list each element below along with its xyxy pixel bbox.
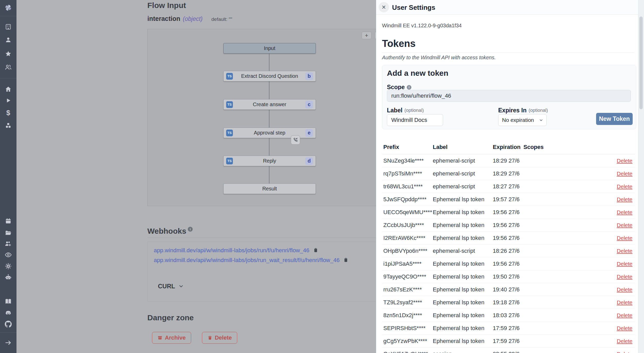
zoom-in-button[interactable]: +: [362, 32, 371, 39]
copy-clipboard-icon[interactable]: [343, 257, 349, 264]
flow-node-label: Result: [262, 186, 277, 192]
archive-button[interactable]: Archive: [152, 332, 191, 344]
flow-edge: [269, 109, 269, 128]
scope-label-text: Scope: [387, 84, 405, 91]
typescript-icon: TS: [226, 130, 233, 136]
delete-token-link[interactable]: Delete: [617, 312, 632, 318]
token-prefix: OHpBVYpo6n****: [383, 248, 433, 254]
dollar-icon[interactable]: $: [6, 110, 10, 116]
delete-token-link[interactable]: Delete: [617, 299, 632, 306]
section-divider: [147, 238, 403, 238]
scope-input[interactable]: [387, 90, 631, 102]
cubes-icon[interactable]: [5, 122, 12, 129]
delete-token-link[interactable]: Delete: [617, 287, 632, 293]
arrow-right-icon[interactable]: [5, 339, 12, 346]
drawer-header: × User Settings: [376, 0, 644, 15]
token-row: tr68WL3cu1****ephemeral-script18:27 27/6…: [382, 180, 635, 193]
token-row: 8zn5n1Dx2j****Ephemeral lsp token18:03 2…: [382, 309, 635, 322]
star-icon[interactable]: [5, 51, 12, 57]
token-label-input[interactable]: [387, 114, 443, 126]
token-expiration: 18:03 27/6: [493, 312, 523, 319]
webhooks-panel: app.windmill.dev/api/w/windmill-labs/job…: [147, 242, 403, 301]
play-icon[interactable]: [5, 97, 11, 104]
delete-token-link[interactable]: Delete: [617, 325, 632, 331]
info-icon[interactable]: i: [407, 85, 411, 90]
token-expiration: 18:27 27/6: [493, 183, 523, 190]
book-icon[interactable]: [5, 298, 12, 305]
token-row: SNuZeg34le****ephemeral-script18:29 27/6…: [382, 154, 635, 167]
drawer-scrollbar: [638, 0, 644, 353]
token-expiration: 19:56 27/6: [493, 209, 523, 216]
trash-icon: [207, 335, 213, 340]
flow-step-node[interactable]: TSCreate answerc: [223, 99, 316, 110]
flow-edge: [269, 166, 269, 183]
curl-toggle[interactable]: CURL: [158, 283, 184, 290]
sidebar-divider: [0, 332, 16, 333]
building-icon[interactable]: [5, 23, 12, 30]
typescript-icon: TS: [226, 158, 233, 164]
new-token-button[interactable]: New Token: [596, 113, 633, 125]
delete-token-link[interactable]: Delete: [617, 222, 632, 228]
token-expiration: 08:55 29/6: [493, 351, 523, 353]
windmill-logo-icon[interactable]: [4, 4, 12, 12]
label-label-text: Label: [387, 107, 402, 114]
token-prefix: 5JwSFQpddp****: [383, 196, 433, 203]
close-icon[interactable]: ×: [379, 2, 389, 12]
chevron-down-icon: [178, 283, 184, 289]
delete-token-link[interactable]: Delete: [617, 235, 632, 241]
delete-token-link[interactable]: Delete: [617, 261, 632, 267]
expiration-selected-value: No expiration: [502, 117, 534, 123]
flow-node-label: Input: [264, 45, 275, 51]
copy-clipboard-icon[interactable]: [313, 247, 318, 254]
section-divider: [382, 53, 634, 53]
robot-icon[interactable]: [5, 274, 12, 281]
optional-hint: (optional): [404, 108, 424, 113]
expiration-select[interactable]: No expiration: [498, 114, 547, 126]
eye-icon[interactable]: [5, 251, 12, 258]
token-prefix: UECO5qeWMU****: [383, 209, 433, 216]
users-gear-icon[interactable]: [5, 240, 12, 247]
token-label: Ephemeral lsp token: [433, 273, 493, 280]
token-prefix: 8zn5n1Dx2j****: [383, 312, 433, 319]
delete-token-link[interactable]: Delete: [617, 351, 632, 353]
token-label: Ephemeral lsp token: [433, 299, 493, 306]
step-id-badge: d: [305, 157, 313, 165]
token-expiration: 19:56 27/6: [493, 260, 523, 267]
token-row: ZCcbUsJUjb****Ephemeral lsp token19:56 2…: [382, 219, 635, 232]
scrollbar-thumb[interactable]: [639, 16, 643, 109]
flow-step-node[interactable]: TSApproval stepe: [223, 128, 316, 138]
discord-icon[interactable]: [5, 309, 12, 317]
folder-open-icon[interactable]: [5, 229, 12, 236]
info-icon[interactable]: i: [188, 227, 193, 232]
token-prefix: SNuZeg34le****: [383, 157, 433, 164]
delete-token-link[interactable]: Delete: [617, 171, 632, 177]
github-icon[interactable]: [5, 321, 12, 328]
delete-flow-button[interactable]: Delete: [202, 332, 237, 344]
flow-step-node[interactable]: TSReplyd: [223, 156, 316, 166]
user-icon[interactable]: [5, 37, 12, 43]
delete-token-link[interactable]: Delete: [617, 196, 632, 203]
webhook-url-run[interactable]: app.windmill.dev/api/w/windmill-labs/job…: [154, 247, 309, 254]
calendar-icon[interactable]: [5, 218, 12, 225]
delete-token-link[interactable]: Delete: [617, 209, 632, 215]
token-label: Ephemeral lsp token: [433, 338, 493, 344]
user-group-icon[interactable]: [5, 64, 12, 71]
token-expiration: 18:29 27/6: [493, 157, 523, 164]
curl-label: CURL: [158, 283, 175, 290]
delete-token-link[interactable]: Delete: [617, 183, 632, 190]
home-icon[interactable]: [5, 86, 12, 93]
flow-step-node[interactable]: TSExtract Discord Questionb: [223, 71, 316, 81]
delete-token-link[interactable]: Delete: [617, 338, 632, 344]
gear-icon[interactable]: [5, 263, 12, 270]
delete-token-link[interactable]: Delete: [617, 158, 632, 164]
webhook-url-run-wait-result[interactable]: app.windmill.dev/api/w/windmill-labs/job…: [154, 257, 340, 264]
token-expiration: 19:56 27/6: [493, 235, 523, 241]
token-expiration: 19:50 27/6: [493, 273, 523, 280]
flow-node-input[interactable]: Input: [223, 43, 316, 54]
flow-node-result[interactable]: Result: [223, 183, 316, 194]
tokens-subtitle: Authentify to the Windmill API with acce…: [382, 55, 496, 61]
delete-token-link[interactable]: Delete: [617, 274, 632, 280]
delete-token-link[interactable]: Delete: [617, 248, 632, 254]
webhooks-title: Webhooks: [147, 227, 186, 236]
token-expiration: 19:18 27/6: [493, 299, 523, 306]
